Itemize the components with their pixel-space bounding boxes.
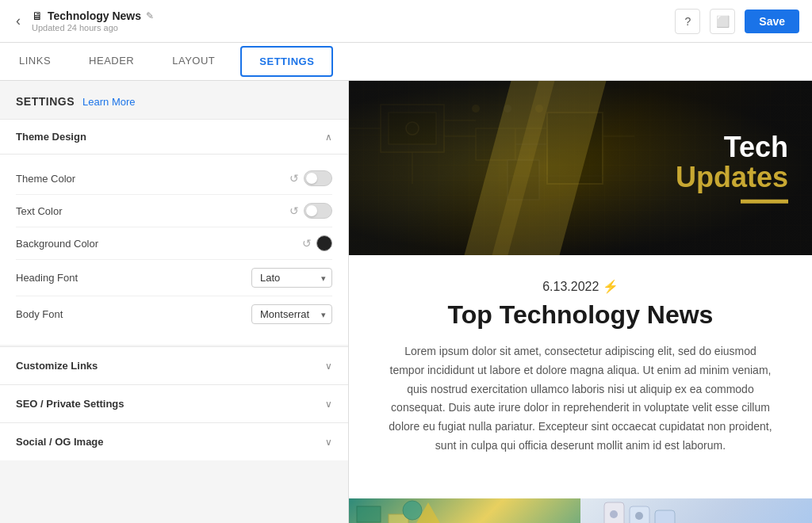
settings-header: SETTINGS Learn More bbox=[0, 81, 348, 119]
help-button[interactable]: ? bbox=[675, 9, 700, 34]
customize-links-title: Customize Links bbox=[16, 360, 98, 372]
preview-hero: Tech Updates bbox=[349, 81, 812, 255]
preview-cards: OracleAutonomous bbox=[349, 498, 812, 523]
seo-private-title: SEO / Private Settings bbox=[16, 398, 124, 410]
seo-private-section: SEO / Private Settings ∨ bbox=[0, 384, 348, 422]
svg-point-25 bbox=[610, 510, 618, 518]
save-button[interactable]: Save bbox=[745, 10, 799, 33]
page-subtitle: Updated 24 hours ago bbox=[32, 23, 154, 32]
svg-rect-18 bbox=[357, 506, 381, 522]
card-1-background bbox=[349, 498, 580, 523]
hero-updates-text: Updates bbox=[676, 162, 788, 193]
background-color-swatch[interactable] bbox=[316, 235, 332, 251]
background-color-control: ↺ bbox=[302, 235, 332, 251]
preview-date: 6.13.2022 ⚡ bbox=[389, 279, 772, 294]
social-og-chevron: ∨ bbox=[325, 437, 332, 448]
body-font-select[interactable]: Montserrat Lato Roboto Open Sans bbox=[251, 304, 332, 324]
preview-inner: Tech Updates 6.13.2022 ⚡ Top Technology … bbox=[349, 81, 812, 523]
settings-section-title: SETTINGS bbox=[16, 95, 75, 108]
text-color-label: Text Color bbox=[16, 205, 63, 217]
social-og-section: Social / OG Image ∨ bbox=[0, 422, 348, 460]
background-color-row: Background Color ↺ bbox=[16, 227, 332, 260]
heading-font-label: Heading Font bbox=[16, 272, 78, 284]
preview-card-2 bbox=[580, 498, 812, 523]
page-title: Technology News bbox=[48, 10, 141, 22]
top-bar: ‹ 🖥 Technology News ✎ Updated 24 hours a… bbox=[0, 0, 812, 43]
hero-text: Tech Updates bbox=[676, 133, 788, 204]
tab-settings[interactable]: SETTINGS bbox=[240, 46, 333, 77]
text-color-toggle[interactable] bbox=[304, 203, 332, 219]
theme-color-toggle[interactable] bbox=[304, 170, 332, 186]
heading-font-select-wrapper: Lato Montserrat Roboto Open Sans bbox=[251, 268, 332, 288]
text-color-row: Text Color ↺ bbox=[16, 195, 332, 227]
tab-header[interactable]: HEADER bbox=[70, 45, 153, 78]
theme-design-title: Theme Design bbox=[16, 131, 86, 143]
theme-color-row: Theme Color ↺ bbox=[16, 162, 332, 195]
social-og-header[interactable]: Social / OG Image ∨ bbox=[0, 423, 348, 460]
seo-private-chevron: ∨ bbox=[325, 399, 332, 410]
page-title-row: 🖥 Technology News ✎ bbox=[32, 10, 154, 22]
theme-design-header[interactable]: Theme Design ∧ bbox=[0, 119, 348, 155]
learn-more-link[interactable]: Learn More bbox=[82, 96, 135, 108]
heading-font-select[interactable]: Lato Montserrat Roboto Open Sans bbox=[251, 268, 332, 288]
preview-headline: Top Technology News bbox=[389, 300, 772, 330]
background-color-reset-icon[interactable]: ↺ bbox=[302, 237, 312, 250]
back-button[interactable]: ‹ bbox=[13, 10, 24, 32]
tab-layout[interactable]: LAYOUT bbox=[153, 45, 234, 78]
preview-panel: Tech Updates 6.13.2022 ⚡ Top Technology … bbox=[349, 81, 812, 523]
left-panel: SETTINGS Learn More Theme Design ∧ Theme… bbox=[0, 81, 349, 523]
theme-color-label: Theme Color bbox=[16, 173, 75, 185]
main-content: SETTINGS Learn More Theme Design ∧ Theme… bbox=[0, 81, 812, 523]
page-icon: 🖥 bbox=[32, 10, 43, 22]
svg-rect-24 bbox=[655, 510, 675, 523]
preview-body: Lorem ipsum dolor sit amet, consectetur … bbox=[389, 342, 772, 456]
tab-links[interactable]: LINKS bbox=[0, 45, 70, 78]
page-title-area: 🖥 Technology News ✎ Updated 24 hours ago bbox=[32, 10, 154, 32]
svg-point-20 bbox=[403, 501, 422, 520]
body-font-select-wrapper: Montserrat Lato Roboto Open Sans bbox=[251, 304, 332, 324]
seo-private-header[interactable]: SEO / Private Settings ∨ bbox=[0, 385, 348, 422]
hero-accent-bar bbox=[741, 199, 788, 203]
social-og-title: Social / OG Image bbox=[16, 436, 104, 448]
nav-tabs: LINKS HEADER LAYOUT SETTINGS bbox=[0, 43, 812, 81]
body-font-label: Body Font bbox=[16, 308, 63, 320]
theme-design-body: Theme Color ↺ Text Color ↺ Bac bbox=[0, 155, 348, 345]
card-1-texture bbox=[349, 498, 580, 523]
customize-links-chevron: ∨ bbox=[325, 361, 332, 372]
theme-design-chevron: ∧ bbox=[325, 132, 332, 143]
top-bar-right: ? ⬜ Save bbox=[675, 9, 799, 34]
body-font-row: Body Font Montserrat Lato Roboto Open Sa… bbox=[16, 296, 332, 332]
customize-links-header[interactable]: Customize Links ∨ bbox=[0, 347, 348, 384]
theme-design-section: Theme Design ∧ Theme Color ↺ Text Color … bbox=[0, 119, 348, 345]
hero-tech-text: Tech bbox=[676, 133, 788, 162]
text-color-reset-icon[interactable]: ↺ bbox=[289, 204, 299, 217]
preview-button[interactable]: ⬜ bbox=[710, 9, 735, 34]
text-color-control: ↺ bbox=[289, 203, 332, 219]
card-2-background bbox=[580, 498, 812, 523]
theme-color-reset-icon[interactable]: ↺ bbox=[289, 172, 299, 185]
edit-icon[interactable]: ✎ bbox=[146, 10, 154, 21]
preview-content: 6.13.2022 ⚡ Top Technology News Lorem ip… bbox=[349, 255, 812, 498]
theme-color-control: ↺ bbox=[289, 170, 332, 186]
background-color-label: Background Color bbox=[16, 238, 98, 250]
top-bar-left: ‹ 🖥 Technology News ✎ Updated 24 hours a… bbox=[13, 10, 154, 32]
card-2-texture bbox=[580, 498, 812, 523]
heading-font-row: Heading Font Lato Montserrat Roboto Open… bbox=[16, 260, 332, 296]
customize-links-section: Customize Links ∨ bbox=[0, 346, 348, 384]
preview-card-1: OracleAutonomous bbox=[349, 498, 580, 523]
svg-point-26 bbox=[635, 512, 643, 520]
